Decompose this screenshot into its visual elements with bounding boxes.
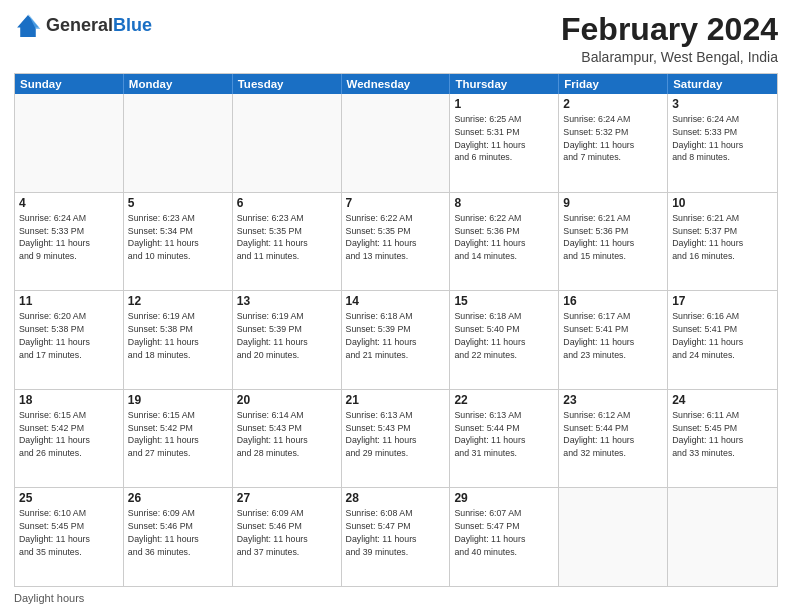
cal-cell: 23Sunrise: 6:12 AM Sunset: 5:44 PM Dayli… <box>559 390 668 488</box>
day-number: 22 <box>454 393 554 407</box>
day-info: Sunrise: 6:07 AM Sunset: 5:47 PM Dayligh… <box>454 507 554 558</box>
cal-cell: 17Sunrise: 6:16 AM Sunset: 5:41 PM Dayli… <box>668 291 777 389</box>
day-number: 11 <box>19 294 119 308</box>
main-title: February 2024 <box>561 12 778 47</box>
day-info: Sunrise: 6:09 AM Sunset: 5:46 PM Dayligh… <box>128 507 228 558</box>
cal-cell: 2Sunrise: 6:24 AM Sunset: 5:32 PM Daylig… <box>559 94 668 192</box>
cal-week-4: 18Sunrise: 6:15 AM Sunset: 5:42 PM Dayli… <box>15 389 777 488</box>
cal-cell: 15Sunrise: 6:18 AM Sunset: 5:40 PM Dayli… <box>450 291 559 389</box>
day-number: 24 <box>672 393 773 407</box>
day-number: 17 <box>672 294 773 308</box>
day-info: Sunrise: 6:15 AM Sunset: 5:42 PM Dayligh… <box>19 409 119 460</box>
cal-header-cell-saturday: Saturday <box>668 74 777 94</box>
day-number: 15 <box>454 294 554 308</box>
footer-text: Daylight hours <box>14 592 84 604</box>
day-number: 25 <box>19 491 119 505</box>
day-number: 2 <box>563 97 663 111</box>
header: General Blue February 2024 Balarampur, W… <box>14 12 778 65</box>
day-info: Sunrise: 6:18 AM Sunset: 5:40 PM Dayligh… <box>454 310 554 361</box>
cal-cell: 5Sunrise: 6:23 AM Sunset: 5:34 PM Daylig… <box>124 193 233 291</box>
day-info: Sunrise: 6:19 AM Sunset: 5:39 PM Dayligh… <box>237 310 337 361</box>
day-info: Sunrise: 6:09 AM Sunset: 5:46 PM Dayligh… <box>237 507 337 558</box>
page: General Blue February 2024 Balarampur, W… <box>0 0 792 612</box>
day-info: Sunrise: 6:15 AM Sunset: 5:42 PM Dayligh… <box>128 409 228 460</box>
cal-header-cell-monday: Monday <box>124 74 233 94</box>
cal-cell: 20Sunrise: 6:14 AM Sunset: 5:43 PM Dayli… <box>233 390 342 488</box>
day-info: Sunrise: 6:11 AM Sunset: 5:45 PM Dayligh… <box>672 409 773 460</box>
cal-cell: 10Sunrise: 6:21 AM Sunset: 5:37 PM Dayli… <box>668 193 777 291</box>
day-number: 1 <box>454 97 554 111</box>
day-info: Sunrise: 6:19 AM Sunset: 5:38 PM Dayligh… <box>128 310 228 361</box>
day-info: Sunrise: 6:14 AM Sunset: 5:43 PM Dayligh… <box>237 409 337 460</box>
cal-week-5: 25Sunrise: 6:10 AM Sunset: 5:45 PM Dayli… <box>15 487 777 586</box>
day-info: Sunrise: 6:08 AM Sunset: 5:47 PM Dayligh… <box>346 507 446 558</box>
calendar-header-row: SundayMondayTuesdayWednesdayThursdayFrid… <box>15 74 777 94</box>
day-number: 27 <box>237 491 337 505</box>
day-number: 8 <box>454 196 554 210</box>
day-number: 29 <box>454 491 554 505</box>
cal-cell: 13Sunrise: 6:19 AM Sunset: 5:39 PM Dayli… <box>233 291 342 389</box>
day-number: 21 <box>346 393 446 407</box>
day-info: Sunrise: 6:25 AM Sunset: 5:31 PM Dayligh… <box>454 113 554 164</box>
day-number: 16 <box>563 294 663 308</box>
cal-week-1: 1Sunrise: 6:25 AM Sunset: 5:31 PM Daylig… <box>15 94 777 192</box>
day-info: Sunrise: 6:23 AM Sunset: 5:34 PM Dayligh… <box>128 212 228 263</box>
calendar-body: 1Sunrise: 6:25 AM Sunset: 5:31 PM Daylig… <box>15 94 777 586</box>
day-number: 5 <box>128 196 228 210</box>
cal-cell: 12Sunrise: 6:19 AM Sunset: 5:38 PM Dayli… <box>124 291 233 389</box>
day-number: 19 <box>128 393 228 407</box>
day-number: 20 <box>237 393 337 407</box>
cal-cell: 25Sunrise: 6:10 AM Sunset: 5:45 PM Dayli… <box>15 488 124 586</box>
cal-header-cell-friday: Friday <box>559 74 668 94</box>
cal-week-2: 4Sunrise: 6:24 AM Sunset: 5:33 PM Daylig… <box>15 192 777 291</box>
subtitle: Balarampur, West Bengal, India <box>561 49 778 65</box>
cal-cell <box>668 488 777 586</box>
cal-cell: 11Sunrise: 6:20 AM Sunset: 5:38 PM Dayli… <box>15 291 124 389</box>
day-info: Sunrise: 6:13 AM Sunset: 5:43 PM Dayligh… <box>346 409 446 460</box>
logo-general: General <box>46 16 113 36</box>
cal-cell: 14Sunrise: 6:18 AM Sunset: 5:39 PM Dayli… <box>342 291 451 389</box>
calendar: SundayMondayTuesdayWednesdayThursdayFrid… <box>14 73 778 587</box>
day-info: Sunrise: 6:21 AM Sunset: 5:37 PM Dayligh… <box>672 212 773 263</box>
cal-cell: 22Sunrise: 6:13 AM Sunset: 5:44 PM Dayli… <box>450 390 559 488</box>
day-number: 4 <box>19 196 119 210</box>
cal-cell: 21Sunrise: 6:13 AM Sunset: 5:43 PM Dayli… <box>342 390 451 488</box>
day-number: 13 <box>237 294 337 308</box>
cal-cell <box>124 94 233 192</box>
cal-cell: 18Sunrise: 6:15 AM Sunset: 5:42 PM Dayli… <box>15 390 124 488</box>
day-number: 9 <box>563 196 663 210</box>
cal-cell: 9Sunrise: 6:21 AM Sunset: 5:36 PM Daylig… <box>559 193 668 291</box>
cal-cell: 29Sunrise: 6:07 AM Sunset: 5:47 PM Dayli… <box>450 488 559 586</box>
cal-cell: 8Sunrise: 6:22 AM Sunset: 5:36 PM Daylig… <box>450 193 559 291</box>
title-block: February 2024 Balarampur, West Bengal, I… <box>561 12 778 65</box>
day-number: 28 <box>346 491 446 505</box>
cal-week-3: 11Sunrise: 6:20 AM Sunset: 5:38 PM Dayli… <box>15 290 777 389</box>
cal-cell: 7Sunrise: 6:22 AM Sunset: 5:35 PM Daylig… <box>342 193 451 291</box>
day-info: Sunrise: 6:24 AM Sunset: 5:33 PM Dayligh… <box>672 113 773 164</box>
day-info: Sunrise: 6:24 AM Sunset: 5:33 PM Dayligh… <box>19 212 119 263</box>
logo: General Blue <box>14 12 152 40</box>
day-info: Sunrise: 6:18 AM Sunset: 5:39 PM Dayligh… <box>346 310 446 361</box>
day-info: Sunrise: 6:22 AM Sunset: 5:36 PM Dayligh… <box>454 212 554 263</box>
cal-cell: 19Sunrise: 6:15 AM Sunset: 5:42 PM Dayli… <box>124 390 233 488</box>
cal-header-cell-sunday: Sunday <box>15 74 124 94</box>
day-number: 12 <box>128 294 228 308</box>
footer: Daylight hours <box>14 592 778 604</box>
cal-cell: 16Sunrise: 6:17 AM Sunset: 5:41 PM Dayli… <box>559 291 668 389</box>
cal-header-cell-thursday: Thursday <box>450 74 559 94</box>
day-number: 3 <box>672 97 773 111</box>
day-info: Sunrise: 6:20 AM Sunset: 5:38 PM Dayligh… <box>19 310 119 361</box>
day-number: 6 <box>237 196 337 210</box>
day-info: Sunrise: 6:16 AM Sunset: 5:41 PM Dayligh… <box>672 310 773 361</box>
cal-header-cell-tuesday: Tuesday <box>233 74 342 94</box>
cal-cell: 28Sunrise: 6:08 AM Sunset: 5:47 PM Dayli… <box>342 488 451 586</box>
day-number: 26 <box>128 491 228 505</box>
day-number: 10 <box>672 196 773 210</box>
day-number: 23 <box>563 393 663 407</box>
day-info: Sunrise: 6:17 AM Sunset: 5:41 PM Dayligh… <box>563 310 663 361</box>
day-info: Sunrise: 6:24 AM Sunset: 5:32 PM Dayligh… <box>563 113 663 164</box>
day-info: Sunrise: 6:13 AM Sunset: 5:44 PM Dayligh… <box>454 409 554 460</box>
cal-header-cell-wednesday: Wednesday <box>342 74 451 94</box>
cal-cell: 6Sunrise: 6:23 AM Sunset: 5:35 PM Daylig… <box>233 193 342 291</box>
cal-cell: 26Sunrise: 6:09 AM Sunset: 5:46 PM Dayli… <box>124 488 233 586</box>
